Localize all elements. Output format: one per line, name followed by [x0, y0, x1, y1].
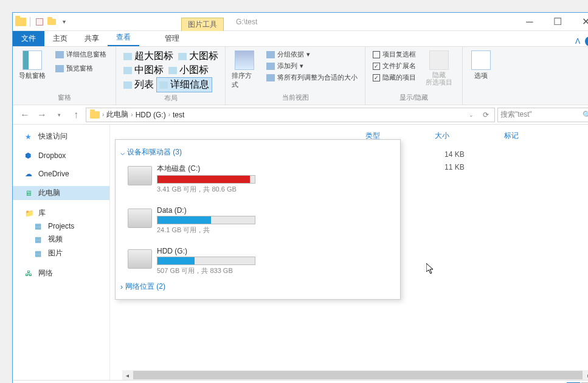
drive-icon [128, 249, 152, 269]
chevron-right-icon: › [120, 283, 123, 291]
ribbon-tabs: 文件 主页 共享 查看 管理 ᐱ ? [13, 31, 588, 47]
chevron-down-icon: ⌵ [120, 148, 125, 157]
folder-icon [90, 111, 100, 119]
breadcrumb-this-pc[interactable]: 此电脑 [104, 109, 131, 120]
column-tags[interactable]: 标记 [504, 131, 519, 141]
sidebar-videos[interactable]: ▦视频 [13, 232, 109, 246]
view-list[interactable]: 列表 [121, 77, 156, 92]
sidebar-library[interactable]: 📁库 [13, 206, 109, 220]
item-checkboxes-toggle[interactable]: 项目复选框 [370, 49, 418, 60]
qat-properties[interactable] [34, 16, 45, 27]
horizontal-scrollbar[interactable]: ◂ ▸ [122, 370, 588, 380]
drive-usage-bar [157, 216, 255, 224]
drive-usage-bar [157, 175, 255, 184]
help-icon[interactable]: ? [585, 36, 588, 46]
view-medium-icons[interactable]: 中图标 [121, 63, 166, 77]
tab-manage[interactable]: 管理 [156, 31, 188, 46]
drive-usage-bar [157, 257, 255, 265]
drive-name: Data (D:) [157, 206, 255, 215]
hidden-items-toggle[interactable]: ✓隐藏的项目 [370, 72, 418, 83]
column-size[interactable]: 大小 [435, 131, 449, 141]
drives-flyout: ⌵ 设备和驱动器 (3) 本地磁盘 (C:) 3.41 GB 可用，共 80.6… [115, 139, 401, 300]
tab-share[interactable]: 共享 [76, 31, 108, 46]
address-dropdown[interactable]: ⌄ [464, 108, 479, 122]
sort-by-button[interactable]: 排序方式 [230, 49, 258, 92]
sidebar-quick-access[interactable]: ★快速访问 [13, 129, 109, 143]
preview-pane-button[interactable]: 预览窗格 [53, 63, 109, 74]
group-by-button[interactable]: 分组依据 ▾ [264, 49, 360, 60]
titlebar: ▾ 图片工具 G:\test ─ ☐ ✕ [13, 13, 588, 31]
up-button[interactable]: ↑ [69, 108, 83, 122]
sidebar-projects[interactable]: ▦Projects [13, 220, 109, 232]
drive-name: HDD (G:) [157, 247, 255, 255]
ribbon-view: 导航窗格 详细信息窗格 预览窗格 窗格 超大图标 大图标 中图标 小图标 [13, 47, 588, 105]
size-columns-button[interactable]: 将所有列调整为合适的大小 [264, 72, 360, 83]
refresh-button[interactable]: ⟳ [479, 108, 493, 122]
qat-dropdown[interactable]: ▾ [58, 16, 69, 27]
scroll-right-arrow[interactable]: ▸ [584, 370, 588, 380]
drive-name: 本地磁盘 (C:) [157, 164, 255, 174]
folder-icon [15, 18, 26, 26]
drive-icon [128, 166, 152, 185]
sidebar-network[interactable]: 🖧网络 [13, 266, 109, 280]
ribbon-collapse-icon[interactable]: ᐱ [575, 37, 580, 46]
drive-item[interactable]: HDD (G:) 507 GB 可用，共 833 GB [128, 247, 255, 275]
recent-dropdown[interactable]: ▾ [52, 108, 66, 122]
view-small-icons[interactable]: 小图标 [166, 63, 211, 77]
search-input[interactable]: 搜索"test" 🔍 [497, 108, 588, 122]
tab-view[interactable]: 查看 [108, 30, 139, 46]
close-button[interactable]: ✕ [572, 13, 588, 31]
options-button[interactable]: 选项 [470, 49, 492, 101]
details-pane-button[interactable]: 详细信息窗格 [53, 49, 109, 60]
sidebar-onedrive[interactable]: ☁OneDrive [13, 168, 109, 180]
view-large-icons[interactable]: 大图标 [176, 49, 221, 63]
tab-home[interactable]: 主页 [44, 31, 76, 46]
devices-section-header[interactable]: ⌵ 设备和驱动器 (3) [120, 145, 395, 160]
hide-selected-button[interactable]: 隐藏 所选项目 [424, 49, 454, 92]
back-button[interactable]: ← [18, 108, 32, 122]
drive-item[interactable]: 本地磁盘 (C:) 3.41 GB 可用，共 80.6 GB [128, 164, 255, 194]
view-extra-large-icons[interactable]: 超大图标 [121, 49, 176, 63]
add-columns-button[interactable]: 添加列 ▾ [264, 61, 360, 71]
drive-usage-text: 3.41 GB 可用，共 80.6 GB [157, 185, 255, 194]
breadcrumb-drive[interactable]: HDD (G:) [133, 111, 168, 119]
nav-pane-button[interactable]: 导航窗格 [18, 49, 47, 92]
forward-button[interactable]: → [35, 108, 49, 122]
sidebar-pictures[interactable]: ▦图片 [13, 246, 109, 260]
address-bar[interactable]: › 此电脑 › HDD (G:) › test ⌄ ⟳ [86, 108, 495, 122]
tab-file[interactable]: 文件 [13, 31, 44, 46]
minimize-button[interactable]: ─ [516, 13, 544, 31]
breadcrumb-folder[interactable]: test [170, 111, 187, 119]
maximize-button[interactable]: ☐ [544, 13, 572, 31]
contextual-tab-picture-tools[interactable]: 图片工具 [181, 18, 224, 31]
window-title-path: G:\test [236, 18, 257, 26]
search-icon: 🔍 [583, 111, 588, 119]
statusbar: 2 个项目 ≣ ▦ [13, 380, 588, 383]
scroll-thumb[interactable] [133, 371, 583, 379]
network-section-header[interactable]: › 网络位置 (2) [120, 279, 395, 294]
sidebar-dropbox[interactable]: ⬢Dropbox [13, 150, 109, 162]
file-explorer-window: ▾ 图片工具 G:\test ─ ☐ ✕ 文件 主页 共享 查看 管理 ᐱ ? … [12, 12, 588, 383]
view-details[interactable]: 详细信息 [156, 77, 212, 92]
scroll-left-arrow[interactable]: ◂ [122, 370, 132, 380]
navigation-row: ← → ▾ ↑ › 此电脑 › HDD (G:) › test ⌄ ⟳ 搜索"t… [13, 105, 588, 125]
drive-item[interactable]: Data (D:) 24.1 GB 可用，共 [128, 206, 255, 235]
sidebar: ★快速访问 ⬢Dropbox ☁OneDrive 🖥此电脑 📁库 ▦Projec… [13, 125, 110, 380]
drive-usage-text: 24.1 GB 可用，共 [157, 226, 255, 235]
file-extensions-toggle[interactable]: ✓文件扩展名 [370, 61, 418, 71]
drive-usage-text: 507 GB 可用，共 833 GB [157, 266, 255, 275]
drive-icon [128, 209, 152, 228]
sidebar-this-pc[interactable]: 🖥此电脑 [13, 186, 109, 200]
qat-new-folder[interactable] [46, 16, 57, 27]
